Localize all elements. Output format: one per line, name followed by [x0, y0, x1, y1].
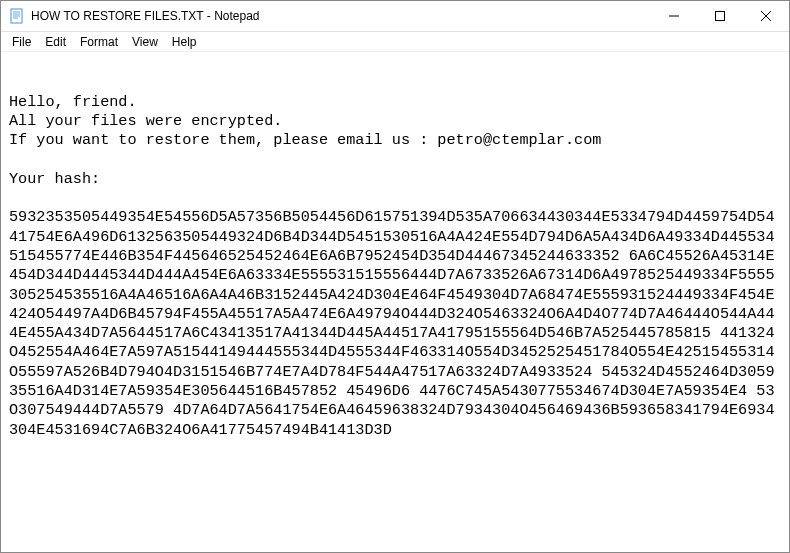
encrypted-line: All your files were encrypted.: [9, 112, 282, 130]
hash-value: 5932353505449354E54556D5A57356B5054456D6…: [9, 208, 775, 438]
menu-file[interactable]: File: [5, 34, 38, 50]
window-controls: [651, 1, 789, 31]
window-title: HOW TO RESTORE FILES.TXT - Notepad: [31, 9, 651, 23]
document-text: Hello, friend. All your files were encry…: [9, 93, 781, 440]
menu-view[interactable]: View: [125, 34, 165, 50]
text-area[interactable]: Hello, friend. All your files were encry…: [1, 52, 789, 552]
menu-format[interactable]: Format: [73, 34, 125, 50]
menu-help[interactable]: Help: [165, 34, 204, 50]
minimize-button[interactable]: [651, 1, 697, 31]
svg-rect-6: [716, 12, 725, 21]
notepad-window: HOW TO RESTORE FILES.TXT - Notepad File …: [0, 0, 790, 553]
menubar: File Edit Format View Help: [1, 32, 789, 52]
greeting-line: Hello, friend.: [9, 93, 137, 111]
hash-label: Your hash:: [9, 170, 100, 188]
email-line: If you want to restore them, please emai…: [9, 131, 601, 149]
close-button[interactable]: [743, 1, 789, 31]
titlebar: HOW TO RESTORE FILES.TXT - Notepad: [1, 1, 789, 32]
notepad-icon: [9, 8, 25, 24]
menu-edit[interactable]: Edit: [38, 34, 73, 50]
maximize-button[interactable]: [697, 1, 743, 31]
